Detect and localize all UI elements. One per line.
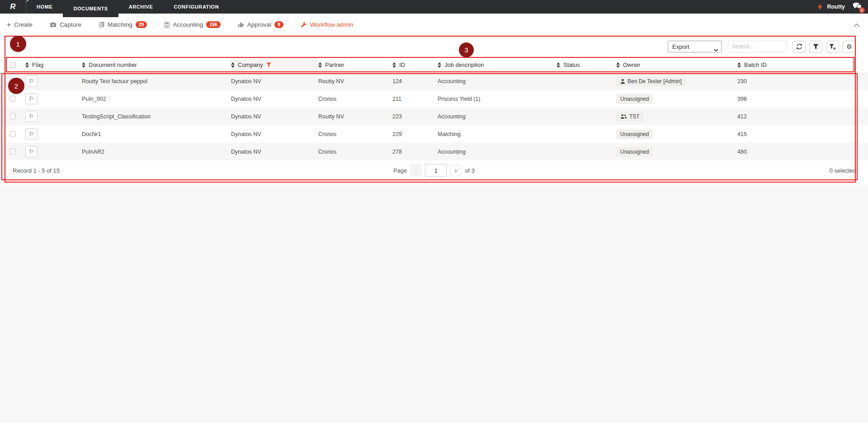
workflow-admin-button[interactable]: Workflow admin [301, 21, 354, 28]
approval-button[interactable]: Approval 9 [238, 21, 283, 28]
header-company[interactable]: Company [231, 57, 318, 72]
calculator-icon [164, 22, 170, 28]
header-partner[interactable]: Partner [318, 57, 392, 72]
cell-company: Dynatos NV [231, 125, 318, 143]
flag-button[interactable]: ⚐ [25, 75, 38, 87]
cell-owner: Unassigned [616, 143, 737, 160]
row-checkbox[interactable] [10, 113, 16, 119]
sort-icon [438, 62, 441, 68]
capture-label: Capture [60, 21, 81, 28]
tab-home[interactable]: HOME [26, 0, 63, 14]
next-page-button[interactable]: › [450, 164, 462, 176]
app-name: Routty [827, 4, 845, 10]
header-partner-label: Partner [325, 61, 344, 68]
matching-button[interactable]: Matching 29 [99, 21, 147, 28]
header-batch-id-label: Batch ID [744, 61, 767, 68]
table-controls: Export ⚙ [0, 36, 868, 57]
approval-badge: 9 [274, 21, 283, 28]
cell-owner: Ben De Tester [Admin] [616, 72, 737, 90]
flag-button[interactable]: ⚐ [25, 111, 38, 122]
camera-icon [50, 22, 57, 28]
prev-page-button[interactable]: ‹ [410, 164, 422, 176]
cell-id: 223 [392, 108, 438, 125]
tab-archive[interactable]: ARCHIVE [118, 0, 164, 14]
table-header-row: Flag Document number Company Partner ID … [0, 57, 868, 72]
table-row[interactable]: ⚐ TestingScript_Classification Dynatos N… [0, 108, 868, 125]
collapse-toolbar-button[interactable] [854, 21, 860, 29]
thumbs-up-icon [238, 22, 244, 28]
navbar-right: Routty 2 [817, 0, 868, 14]
filter-button[interactable] [809, 41, 822, 53]
cell-company: Dynatos NV [231, 108, 318, 125]
table-row[interactable]: ⚐ DocNr1 Dynatos NV Cronos 229 Matching … [0, 125, 868, 143]
cell-batch-id: 412 [737, 108, 868, 125]
tab-documents[interactable]: DOCUMENTS [63, 0, 118, 17]
header-document-number-label: Document number [89, 61, 137, 68]
flag-button[interactable]: ⚐ [25, 146, 38, 157]
flag-button[interactable]: ⚐ [25, 93, 38, 104]
flag-button[interactable]: ⚐ [25, 128, 38, 140]
owner-badge: Unassigned [616, 94, 653, 104]
cell-owner: Unassigned [616, 125, 737, 143]
owner-name: Unassigned [620, 96, 649, 102]
search-input[interactable] [728, 41, 787, 52]
select-all-checkbox[interactable] [10, 62, 16, 68]
cell-partner: Cronos [318, 90, 392, 108]
matching-badge: 29 [136, 21, 147, 28]
cell-partner: Cronos [318, 143, 392, 160]
filter-icon [813, 44, 819, 50]
user-icon [620, 79, 625, 84]
row-checkbox[interactable] [10, 78, 16, 84]
table-row[interactable]: ⚐ PuIn_002 Dynatos NV Cronos 211 Process… [0, 90, 868, 108]
sort-icon [557, 62, 560, 68]
cell-job-description: Process Yield (1) [438, 90, 557, 108]
header-id[interactable]: ID [392, 57, 438, 72]
approval-label: Approval [247, 21, 271, 28]
filter-remove-button[interactable] [826, 41, 839, 53]
header-job-description[interactable]: Job description [438, 57, 557, 72]
tab-configuration[interactable]: CONFIGURATION [163, 0, 229, 14]
header-flag[interactable]: Flag [25, 57, 82, 72]
capture-button[interactable]: Capture [50, 21, 81, 28]
cell-document-number: DocNr1 [82, 125, 231, 143]
cell-job-description: Accounting [438, 143, 557, 160]
flag-icon: ⚐ [29, 113, 34, 120]
export-select[interactable]: Export [668, 41, 722, 52]
accounting-label: Accounting [173, 21, 203, 28]
row-checkbox[interactable] [10, 149, 16, 155]
header-owner[interactable]: Owner [616, 57, 737, 72]
chevron-right-icon: › [455, 167, 457, 174]
top-navbar: R ↗ HOME DOCUMENTS ARCHIVE CONFIGURATION… [0, 0, 868, 14]
cell-id: 124 [392, 72, 438, 90]
flag-icon: ⚐ [29, 148, 34, 155]
settings-button[interactable]: ⚙ [843, 41, 856, 53]
owner-name: Unassigned [620, 131, 649, 137]
lightning-bolt-icon [817, 4, 823, 10]
header-batch-id[interactable]: Batch ID [737, 57, 868, 72]
accounting-button[interactable]: Accounting 156 [164, 21, 220, 28]
cell-status [557, 90, 616, 108]
header-document-number[interactable]: Document number [82, 57, 231, 72]
sort-icon [231, 62, 235, 68]
owner-badge: Ben De Tester [Admin] [616, 76, 686, 86]
cell-document-number: Routty Test factuur peppol [82, 72, 231, 90]
row-checkbox[interactable] [10, 96, 16, 102]
table-row[interactable]: ⚐ Routty Test factuur peppol Dynatos NV … [0, 72, 868, 90]
header-status[interactable]: Status [557, 57, 616, 72]
page-number-input[interactable] [425, 164, 447, 177]
cell-id: 211 [392, 90, 438, 108]
cell-batch-id: 230 [737, 72, 868, 90]
sort-icon [392, 62, 396, 68]
documents-icon [99, 22, 104, 28]
gear-icon: ⚙ [846, 43, 852, 50]
accounting-badge: 156 [206, 21, 221, 28]
nav-tabs: HOME DOCUMENTS ARCHIVE CONFIGURATION [26, 0, 229, 14]
create-button[interactable]: + Create [7, 21, 33, 28]
page-background [0, 185, 868, 423]
refresh-button[interactable] [793, 41, 806, 53]
routty-logo[interactable]: R ↗ [0, 0, 26, 14]
cell-job-description: Accounting [438, 108, 557, 125]
table-row[interactable]: ⚐ PuInAR2 Dynatos NV Cronos 278 Accounti… [0, 143, 868, 160]
chat-button[interactable]: 2 [853, 2, 862, 11]
row-checkbox[interactable] [10, 131, 16, 137]
